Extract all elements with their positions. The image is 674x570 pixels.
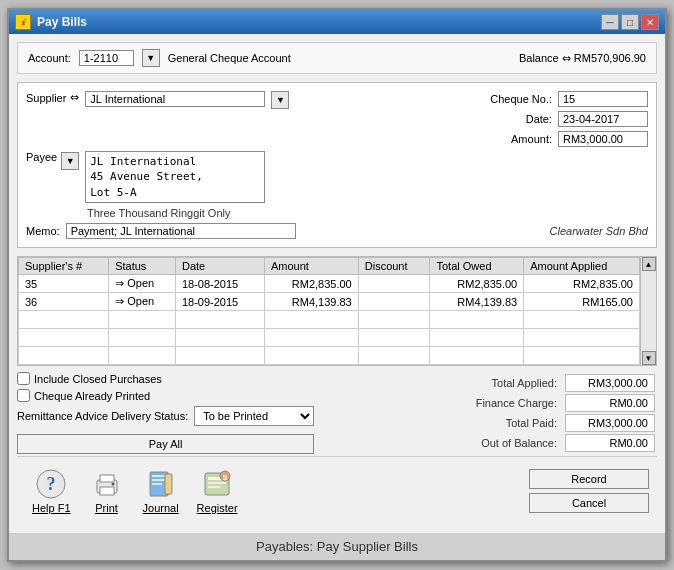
pay-all-button[interactable]: Pay All: [17, 434, 314, 454]
close-button[interactable]: ✕: [641, 14, 659, 30]
date-label: Date:: [477, 113, 552, 125]
total-applied-row: Total Applied: RM3,000.00: [470, 374, 655, 392]
svg-rect-13: [208, 482, 226, 484]
scroll-down-button[interactable]: ▼: [642, 351, 656, 365]
cancel-button[interactable]: Cancel: [529, 493, 649, 513]
window-icon: 💰: [15, 14, 31, 30]
svg-rect-14: [208, 486, 220, 488]
print-icon: [91, 468, 123, 500]
memo-input[interactable]: [66, 223, 296, 239]
table-scrollbar[interactable]: ▲ ▼: [640, 257, 656, 365]
cheque-label: Cheque No.:: [477, 93, 552, 105]
amount-label: Amount:: [477, 133, 552, 145]
balance-text: Balance ⇔ RM570,906.90: [519, 52, 646, 65]
svg-rect-7: [152, 475, 166, 477]
cheque-printed-row: Cheque Already Printed: [17, 389, 314, 402]
col-date: Date: [175, 258, 264, 275]
title-bar: 💰 Pay Bills ─ □ ✕: [9, 10, 665, 34]
right-fields: Cheque No.: Date: Amount:: [477, 91, 648, 147]
journal-button[interactable]: Journal: [136, 463, 186, 519]
window-title: Pay Bills: [37, 15, 87, 29]
svg-rect-9: [152, 483, 162, 485]
finance-charge-label: Finance Charge:: [470, 394, 563, 412]
main-form-section: Supplier ⇔ ▼ Cheque No.: Date:: [17, 82, 657, 248]
scroll-up-button[interactable]: ▲: [642, 257, 656, 271]
totals-table: Total Applied: RM3,000.00 Finance Charge…: [468, 372, 657, 454]
register-button[interactable]: $ Register: [190, 463, 245, 519]
amount-input[interactable]: [558, 131, 648, 147]
payee-label: Payee: [26, 151, 57, 163]
minimize-button[interactable]: ─: [601, 14, 619, 30]
print-label: Print: [95, 502, 118, 514]
out-of-balance-row: Out of Balance: RM0.00: [470, 434, 655, 452]
table-row[interactable]: 36 ⇒ Open 18-09-2015 RM4,139.83 RM4,139.…: [19, 293, 640, 311]
cell-supplier-num: 36: [19, 293, 109, 311]
cell-date: 18-08-2015: [175, 275, 264, 293]
cell-status: ⇒ Open: [109, 293, 176, 311]
svg-rect-8: [152, 479, 166, 481]
cheque-input[interactable]: [558, 91, 648, 107]
svg-text:$: $: [223, 473, 228, 482]
help-button[interactable]: ? Help F1: [25, 463, 78, 519]
title-buttons: ─ □ ✕: [601, 14, 659, 30]
date-row: Date:: [477, 111, 648, 127]
payee-dropdown-button[interactable]: ▼: [61, 152, 79, 170]
svg-rect-10: [165, 474, 172, 494]
col-status: Status: [109, 258, 176, 275]
footer-bar: Payables: Pay Supplier Bills: [9, 533, 665, 560]
delivery-select[interactable]: To be Printed Emailed Not Applicable: [194, 406, 314, 426]
main-window: 💰 Pay Bills ─ □ ✕ Account: ▼ General Che…: [7, 8, 667, 562]
date-input[interactable]: [558, 111, 648, 127]
maximize-button[interactable]: □: [621, 14, 639, 30]
include-closed-checkbox[interactable]: [17, 372, 30, 385]
col-supplier-num: Supplier's #: [19, 258, 109, 275]
account-label: Account:: [28, 52, 71, 64]
out-of-balance-value: RM0.00: [565, 434, 655, 452]
cell-total-owed: RM4,139.83: [430, 293, 524, 311]
balance-label: Balance: [519, 52, 559, 64]
table-row[interactable]: 35 ⇒ Open 18-08-2015 RM2,835.00 RM2,835.…: [19, 275, 640, 293]
total-applied-label: Total Applied:: [470, 374, 563, 392]
table-row-empty: [19, 311, 640, 329]
out-of-balance-label: Out of Balance:: [470, 434, 563, 452]
supplier-label: Supplier: [26, 92, 66, 104]
table-row-empty: [19, 347, 640, 365]
finance-charge-row: Finance Charge: RM0.00: [470, 394, 655, 412]
record-button[interactable]: Record: [529, 469, 649, 489]
print-button[interactable]: Print: [82, 463, 132, 519]
cell-supplier-num: 35: [19, 275, 109, 293]
bills-table: Supplier's # Status Date Amount Discount…: [18, 257, 640, 365]
svg-rect-3: [100, 475, 114, 482]
register-label: Register: [197, 502, 238, 514]
table-row-empty: [19, 329, 640, 347]
supplier-dropdown-button[interactable]: ▼: [271, 91, 289, 109]
register-icon: $: [201, 468, 233, 500]
col-amount-applied: Amount Applied: [524, 258, 640, 275]
cheque-printed-checkbox[interactable]: [17, 389, 30, 402]
total-paid-label: Total Paid:: [470, 414, 563, 432]
svg-text:?: ?: [47, 474, 56, 494]
cell-discount: [358, 275, 430, 293]
cell-total-owed: RM2,835.00: [430, 275, 524, 293]
cell-status: ⇒ Open: [109, 275, 176, 293]
options-left: Include Closed Purchases Cheque Already …: [17, 372, 314, 454]
footer-text: Payables: Pay Supplier Bills: [256, 539, 418, 554]
account-bar: Account: ▼ General Cheque Account Balanc…: [17, 42, 657, 74]
balance-value: RM570,906.90: [574, 52, 646, 64]
cell-amount: RM2,835.00: [265, 275, 359, 293]
payee-textarea[interactable]: JL International 45 Avenue Street, Lot 5…: [85, 151, 265, 203]
supplier-row: Supplier ⇔ ▼ Cheque No.: Date:: [26, 91, 648, 147]
right-action-buttons: Record Cancel: [529, 469, 649, 513]
cheque-row: Cheque No.:: [477, 91, 648, 107]
help-label: Help F1: [32, 502, 71, 514]
cell-amount: RM4,139.83: [265, 293, 359, 311]
total-paid-value: RM3,000.00: [565, 414, 655, 432]
account-input[interactable]: [79, 50, 134, 66]
supplier-input[interactable]: [85, 91, 265, 107]
memo-label: Memo:: [26, 225, 60, 237]
payee-label-group: Payee ▼: [26, 151, 79, 170]
include-closed-row: Include Closed Purchases: [17, 372, 314, 385]
bottom-bar: ? Help F1 Print: [17, 456, 657, 525]
account-dropdown-button[interactable]: ▼: [142, 49, 160, 67]
svg-point-5: [111, 483, 114, 486]
